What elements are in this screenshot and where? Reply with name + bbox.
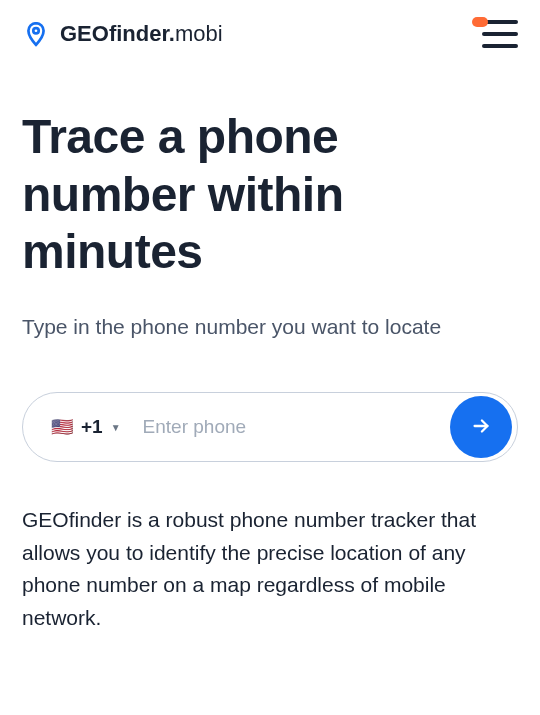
- flag-icon: 🇺🇸: [51, 416, 73, 438]
- hamburger-line-icon: [482, 44, 518, 48]
- arrow-right-icon: [470, 415, 492, 440]
- location-pin-icon: [22, 20, 50, 48]
- page-subtitle: Type in the phone number you want to loc…: [22, 311, 518, 343]
- phone-number-input[interactable]: [135, 416, 450, 438]
- hamburger-line-icon: [482, 32, 518, 36]
- submit-button[interactable]: [450, 396, 512, 458]
- hamburger-accent-icon: [472, 17, 488, 27]
- svg-point-0: [33, 28, 38, 33]
- country-code-label: +1: [81, 416, 103, 438]
- description-text: GEOfinder is a robust phone number track…: [22, 504, 518, 634]
- page-title: Trace a phone number within minutes: [22, 108, 518, 281]
- logo[interactable]: GEOfinder.mobi: [22, 20, 223, 48]
- menu-button[interactable]: [482, 20, 518, 48]
- logo-text: GEOfinder.mobi: [60, 21, 223, 47]
- header: GEOfinder.mobi: [22, 20, 518, 48]
- phone-input-container: 🇺🇸 +1 ▼: [22, 392, 518, 462]
- country-code-selector[interactable]: 🇺🇸 +1 ▼: [51, 416, 135, 438]
- chevron-down-icon: ▼: [111, 422, 121, 433]
